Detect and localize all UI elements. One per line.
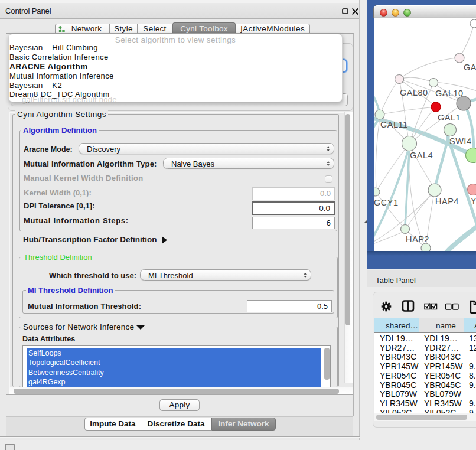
svg-text:Y: Y: [471, 196, 476, 206]
svg-text:GCY1: GCY1: [374, 198, 399, 207]
svg-text:GAL1: GAL1: [438, 113, 461, 122]
svg-text:GAL: GAL: [464, 63, 476, 72]
svg-text:SWI4: SWI4: [449, 136, 471, 146]
svg-text:GAL10: GAL10: [435, 89, 464, 98]
svg-text:HAP2: HAP2: [406, 234, 429, 244]
svg-text:GAL80: GAL80: [400, 88, 428, 97]
svg-text:HAP4: HAP4: [435, 197, 459, 206]
svg-text:GAL11: GAL11: [380, 120, 408, 129]
svg-text:GAL4: GAL4: [410, 151, 433, 160]
